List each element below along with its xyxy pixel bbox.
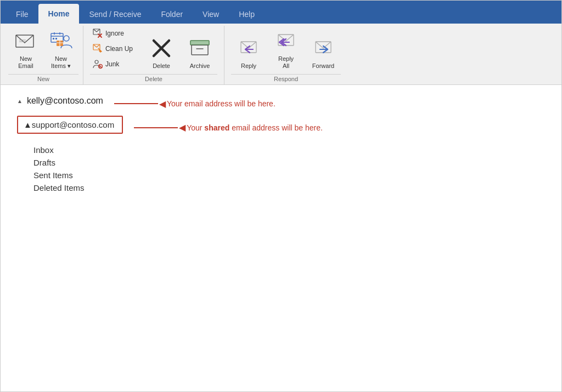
new-items-label: NewItems ▾	[51, 55, 71, 70]
folder-pane: ▲ kelly@contoso.com ◀ Your email address…	[1, 85, 561, 205]
svg-rect-26	[190, 41, 209, 45]
collapse-triangle-kelly[interactable]: ▲	[17, 98, 23, 104]
archive-label: Archive	[190, 63, 210, 70]
new-items-button[interactable]: NewItems ▾	[43, 26, 78, 72]
reply-all-label: ReplyAll	[278, 55, 294, 70]
tab-help[interactable]: Help	[229, 5, 265, 24]
delete-button[interactable]: Delete	[144, 33, 179, 72]
annotation-arrow-kelly: ◀	[114, 99, 167, 109]
respond-group-label: Respond	[231, 74, 341, 84]
ribbon-group-new: NewEmail	[4, 26, 83, 84]
ribbon: NewEmail	[1, 24, 561, 85]
folder-sent-items[interactable]: Sent Items	[17, 169, 545, 181]
app-window: File Home Send / Receive Folder View Hel…	[0, 0, 562, 392]
reply-button[interactable]: Reply	[231, 33, 266, 72]
reply-label: Reply	[241, 63, 256, 70]
forward-icon	[310, 35, 336, 61]
svg-point-9	[64, 36, 69, 41]
ribbon-content: NewEmail	[1, 24, 561, 84]
annotation-kelly: ◀ Your email address will be here.	[114, 99, 276, 109]
new-email-icon	[13, 28, 39, 54]
collapse-triangle-support[interactable]: ▲	[24, 120, 32, 129]
annotation-arrow-support: ◀	[134, 122, 187, 133]
archive-icon	[187, 35, 213, 61]
svg-rect-7	[53, 38, 54, 39]
new-group-label: New	[8, 74, 78, 84]
reply-all-icon	[273, 28, 299, 54]
account-support-email: support@contoso.com	[32, 120, 114, 129]
annotation-text-kelly: Your email address will be here.	[167, 99, 276, 108]
tab-bar: File Home Send / Receive Folder View Hel…	[1, 1, 561, 24]
arrow-shaft-kelly	[114, 103, 158, 104]
annotation-support: ◀ Your shared email address will be here…	[134, 122, 323, 133]
ignore-icon	[92, 28, 103, 39]
ignore-button[interactable]: Ignore	[90, 27, 135, 40]
delete-icon	[148, 35, 175, 61]
reply-all-button[interactable]: ReplyAll	[268, 26, 304, 72]
new-items-icon	[48, 28, 74, 54]
delete-small-stack: Ignore	[90, 26, 135, 72]
forward-button[interactable]: Forward	[306, 33, 341, 72]
new-group-buttons: NewEmail	[8, 26, 78, 73]
arrowhead-support: ◀	[179, 122, 186, 133]
tab-send-receive[interactable]: Send / Receive	[79, 5, 151, 24]
arrowhead-kelly: ◀	[159, 99, 166, 109]
junk-label: Junk	[105, 60, 119, 68]
account-kelly-email: kelly@contoso.com	[27, 96, 103, 106]
cleanup-icon	[92, 43, 103, 54]
ribbon-group-delete: Ignore	[83, 26, 224, 84]
delete-label: Delete	[153, 63, 170, 70]
svg-point-18	[95, 60, 98, 64]
archive-button[interactable]: Archive	[182, 33, 217, 72]
delete-group-label: Delete	[90, 74, 217, 84]
account-support-row: ▲ support@contoso.com ◀ Your shared emai…	[17, 116, 545, 139]
new-email-button[interactable]: NewEmail	[8, 26, 43, 72]
junk-icon	[92, 59, 103, 70]
tab-folder[interactable]: Folder	[151, 5, 193, 24]
delete-group-buttons: Ignore	[90, 26, 217, 73]
tab-file[interactable]: File	[6, 5, 38, 24]
forward-label: Forward	[312, 63, 334, 70]
new-email-label: NewEmail	[18, 55, 33, 70]
annotation-text-support: Your shared email address will be here.	[187, 123, 323, 132]
tab-home[interactable]: Home	[38, 4, 80, 24]
folder-deleted-items[interactable]: Deleted Items	[17, 181, 545, 194]
tab-view[interactable]: View	[193, 5, 229, 24]
folder-drafts[interactable]: Drafts	[17, 156, 545, 169]
account-kelly-row: ▲ kelly@contoso.com ◀ Your email address…	[17, 96, 545, 111]
folder-inbox[interactable]: Inbox	[17, 144, 545, 156]
cleanup-button[interactable]: Clean Up	[90, 42, 135, 55]
svg-rect-24	[192, 45, 208, 55]
arrow-shaft-support	[134, 127, 178, 128]
account-support-box: ▲ support@contoso.com	[17, 116, 123, 134]
reply-icon	[235, 35, 262, 61]
cleanup-label: Clean Up	[105, 45, 133, 53]
junk-button[interactable]: Junk	[90, 58, 135, 71]
respond-group-buttons: Reply	[231, 26, 341, 73]
ignore-label: Ignore	[105, 30, 124, 37]
ribbon-group-respond: Reply	[224, 26, 347, 84]
account-kelly: ▲ kelly@contoso.com	[17, 96, 103, 106]
svg-rect-8	[55, 38, 57, 39]
